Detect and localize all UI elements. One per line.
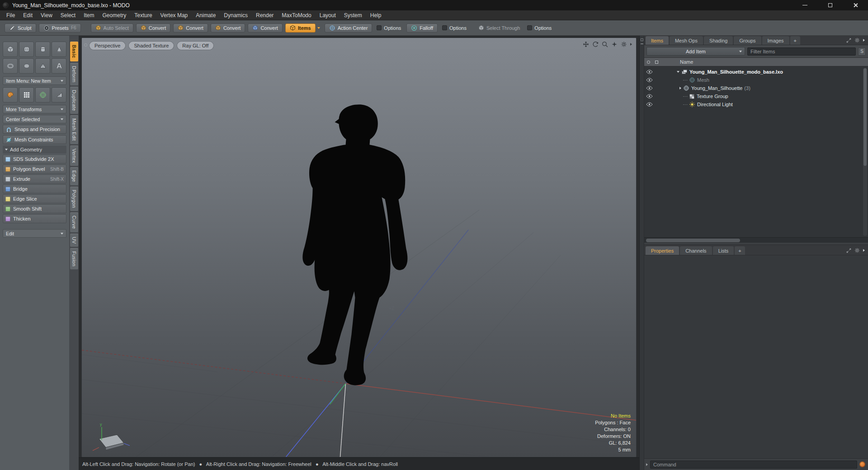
falloff-button[interactable]: Falloff: [406, 24, 438, 33]
add-item-button[interactable]: Add Item: [646, 47, 745, 56]
convert-button-3[interactable]: Convert: [211, 24, 245, 33]
close-button[interactable]: [843, 0, 868, 10]
viewport-menu-icon[interactable]: [84, 43, 87, 47]
items-dropdown-icon[interactable]: [317, 27, 320, 29]
tab-properties[interactable]: Properties: [646, 246, 679, 255]
expand-icon[interactable]: [846, 248, 851, 253]
disclosure-closed-icon[interactable]: [679, 87, 681, 89]
options-checkbox[interactable]: [442, 25, 447, 30]
visibility-eye-icon[interactable]: [646, 102, 656, 107]
young-man-silhouette-mesh[interactable]: [302, 104, 407, 385]
scrollbar-thumb[interactable]: [646, 239, 740, 242]
menu-item-help[interactable]: Help: [366, 10, 386, 20]
tab-add[interactable]: +: [790, 36, 800, 45]
command-history-icon[interactable]: [859, 461, 865, 467]
tool-bridge[interactable]: Bridge: [3, 184, 66, 193]
toolbox-tab-uv[interactable]: UV: [70, 234, 78, 247]
panel-arrow-icon[interactable]: [863, 39, 865, 42]
tab-images[interactable]: Images: [762, 36, 789, 45]
tool-extrude[interactable]: Extrude Shift-X: [3, 174, 66, 183]
text-tool-button[interactable]: [52, 58, 66, 74]
tree-item-label[interactable]: Mesh: [697, 77, 709, 83]
tree-item-label[interactable]: Young_Man_Silhouette_modo_base.lxo: [689, 69, 783, 75]
convert-button-1[interactable]: Convert: [136, 24, 171, 33]
toolbox-tab-polygon[interactable]: Polygon: [70, 187, 78, 211]
gear-icon[interactable]: [854, 38, 860, 43]
menu-item-animate[interactable]: Animate: [192, 10, 220, 20]
array-tool-button[interactable]: [19, 87, 34, 103]
menu-item-dynamics[interactable]: Dynamics: [220, 10, 252, 20]
tab-lists[interactable]: Lists: [713, 246, 734, 255]
items-mode-button[interactable]: Items: [285, 24, 316, 33]
cone-tool-button[interactable]: [52, 42, 66, 57]
menu-item-view[interactable]: View: [37, 10, 57, 20]
tree-item-label[interactable]: Texture Group: [697, 94, 728, 99]
select-through-label[interactable]: Select Through: [486, 25, 520, 31]
header-lock-icon[interactable]: [655, 60, 659, 64]
toolbox-tab-fusion[interactable]: Fusion: [70, 248, 78, 269]
sphere-tool-button[interactable]: [19, 42, 34, 57]
axis-gizmo[interactable]: y: [93, 422, 130, 451]
tool-thicken[interactable]: Thicken: [3, 214, 66, 223]
auto-select-button[interactable]: Auto Select: [91, 24, 133, 33]
menu-item-item[interactable]: Item: [80, 10, 98, 20]
ground-plane-tool-button[interactable]: [52, 87, 66, 103]
tree-item-label[interactable]: Young_Man_Silhouette: [691, 85, 742, 91]
convert-button-4[interactable]: Convert: [248, 24, 283, 33]
panel-arrow-icon[interactable]: [863, 249, 865, 252]
ellipsoid-tool-button[interactable]: [19, 58, 34, 74]
torus-tool-button[interactable]: [3, 58, 18, 74]
item-menu-dropdown[interactable]: Item Menu: New Item: [3, 76, 66, 85]
cube-tool-button[interactable]: [3, 42, 18, 57]
scrollbar-thumb[interactable]: [863, 68, 867, 166]
center-selected-dropdown[interactable]: Center Selected: [3, 115, 66, 123]
options-checkbox[interactable]: [377, 25, 382, 30]
tab-groups[interactable]: Groups: [734, 36, 761, 45]
visibility-eye-icon[interactable]: [646, 70, 656, 74]
menu-item-layout[interactable]: Layout: [316, 10, 340, 20]
disclosure-open-icon[interactable]: [677, 71, 679, 73]
minimize-button[interactable]: [792, 0, 817, 10]
wire-sphere-tool-button[interactable]: [35, 87, 50, 103]
3d-viewport[interactable]: y Perspective Shaded Texture Ray GL: Off: [81, 38, 637, 457]
tab-items[interactable]: Items: [646, 36, 669, 45]
tab-mesh-ops[interactable]: Mesh Ops: [670, 36, 703, 45]
tab-add[interactable]: +: [735, 246, 745, 255]
maximize-button[interactable]: [817, 0, 843, 10]
name-column-header[interactable]: Name: [680, 59, 693, 65]
options-label[interactable]: Options: [384, 25, 401, 31]
tab-shading[interactable]: Shading: [704, 36, 733, 45]
filter-items-input[interactable]: [747, 47, 856, 56]
toolbox-tab-deform[interactable]: Deform: [70, 63, 78, 85]
tree-row-scene-root[interactable]: Young_Man_Silhouette_modo_base.lxo: [644, 68, 868, 76]
toolbox-tab-mesh-edit[interactable]: Mesh Edit: [70, 115, 78, 144]
tab-channels[interactable]: Channels: [680, 246, 712, 255]
options-label[interactable]: Options: [534, 25, 552, 31]
tool-edge-slice[interactable]: Edge Slice: [3, 194, 66, 203]
header-visibility-icon[interactable]: [646, 60, 651, 64]
convert-button-2[interactable]: Convert: [173, 24, 208, 33]
panel-splitter-strip[interactable]: [640, 36, 644, 470]
pan-icon[interactable]: [583, 41, 589, 47]
tree-horizontal-scrollbar[interactable]: [644, 237, 868, 243]
shaded-texture-button[interactable]: Shaded Texture: [129, 42, 174, 50]
tree-row-texture-group[interactable]: Texture Group: [644, 92, 868, 100]
gear-icon[interactable]: [854, 248, 860, 253]
visibility-eye-icon[interactable]: [646, 94, 656, 99]
edit-dropdown[interactable]: Edit: [3, 229, 66, 238]
toolbox-tab-edge[interactable]: Edge: [70, 167, 78, 185]
mesh-paint-tool-button[interactable]: [3, 87, 18, 103]
viewport-expand-arrow-icon[interactable]: [630, 43, 632, 46]
gear-icon[interactable]: [621, 41, 627, 47]
tool-sds-subdivide[interactable]: SDS Subdivide 2X: [3, 155, 66, 164]
tree-vertical-scrollbar[interactable]: [863, 68, 867, 236]
menu-item-vertex-map[interactable]: Vertex Map: [156, 10, 192, 20]
presets-button[interactable]: Presets F6: [39, 24, 81, 33]
menu-item-maxtomodo[interactable]: MaxToModo: [278, 10, 315, 20]
visibility-eye-icon[interactable]: [646, 78, 656, 82]
mesh-constraints-button[interactable]: Mesh Constraints: [3, 135, 66, 144]
menu-item-file[interactable]: File: [2, 10, 19, 20]
sparkle-icon[interactable]: [611, 41, 618, 47]
toolbox-tab-curve[interactable]: Curve: [70, 212, 78, 232]
pyramid-tool-button[interactable]: [35, 58, 50, 74]
